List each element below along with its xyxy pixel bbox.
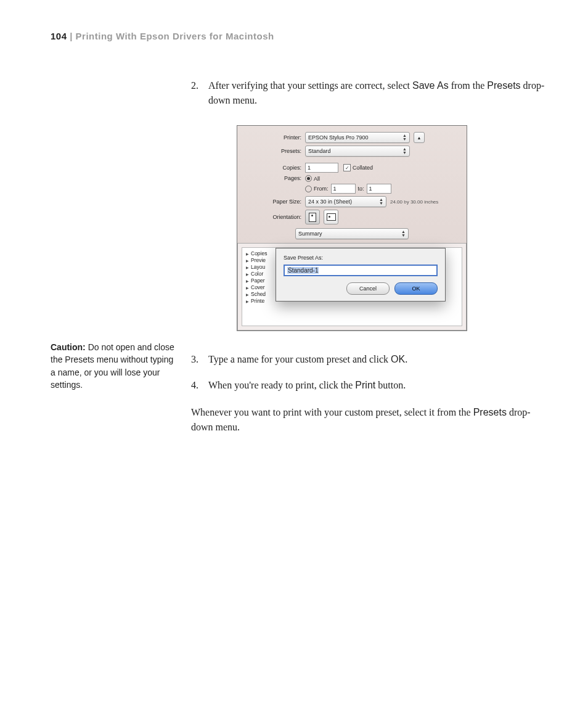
to-input[interactable]: 1 — [367, 184, 391, 194]
printer-label: Printer: — [245, 134, 305, 141]
copies-input[interactable]: 1 — [305, 163, 338, 173]
preset-name-input[interactable]: Standard-1 — [284, 265, 438, 276]
from-label: From: — [314, 186, 329, 192]
save-preset-sheet: Save Preset As: Standard-1 Cancel OK — [276, 248, 446, 302]
ok-button[interactable]: OK — [394, 282, 438, 295]
to-label: to: — [358, 186, 364, 192]
papersize-select[interactable]: 24 x 30 in (Sheet) ▲▼ — [305, 196, 386, 207]
papersize-hint: 24.00 by 30.00 inches — [390, 199, 438, 205]
orientation-portrait-button[interactable] — [305, 210, 320, 224]
collated-label: Collated — [353, 165, 373, 171]
save-preset-label: Save Preset As: — [284, 255, 438, 261]
section-select[interactable]: Summary ▲▼ — [295, 228, 409, 239]
step-3-body: Type a name for your custom preset and c… — [208, 352, 551, 367]
pages-from-radio[interactable] — [305, 186, 312, 192]
person-landscape-icon — [327, 213, 336, 221]
closing-paragraph: Whenever you want to print with your cus… — [191, 405, 551, 435]
collated-checkbox[interactable]: ✓ — [343, 164, 351, 171]
main-column: 2. After verifying that your settings ar… — [191, 78, 551, 435]
person-portrait-icon — [309, 213, 316, 222]
step-2-number: 2. — [191, 78, 208, 108]
page: 104 | Printing With Epson Drivers for Ma… — [0, 0, 588, 472]
presets-select[interactable]: Standard ▲▼ — [305, 146, 410, 157]
pages-all-label: All — [314, 176, 320, 182]
step-4-body: When you're ready to print, click the Pr… — [208, 378, 551, 393]
step-3-number: 3. — [191, 352, 208, 367]
term-print: Print — [355, 380, 375, 390]
caution-label: Caution: — [51, 342, 86, 352]
papersize-label: Paper Size: — [245, 199, 305, 205]
orientation-label: Orientation: — [245, 214, 305, 220]
header-title: Printing With Epson Drivers for Macintos… — [76, 31, 274, 41]
step-4-number: 4. — [191, 378, 208, 393]
updown-icon: ▲▼ — [402, 147, 407, 155]
updown-icon: ▲▼ — [379, 198, 383, 205]
step-3: 3. Type a name for your custom preset an… — [191, 352, 551, 367]
updown-icon: ▲▼ — [402, 134, 407, 141]
page-number: 104 — [51, 31, 67, 41]
presets-label: Presets: — [245, 148, 305, 154]
updown-icon: ▲▼ — [401, 230, 406, 237]
step-2: 2. After verifying that your settings ar… — [191, 78, 551, 108]
collapse-button[interactable]: ▲ — [414, 132, 425, 143]
printer-select[interactable]: EPSON Stylus Pro 7900 ▲▼ — [305, 132, 410, 143]
cancel-button[interactable]: Cancel — [346, 282, 390, 295]
pages-label: Pages: — [245, 175, 305, 181]
term-ok: OK — [391, 354, 405, 364]
orientation-landscape-button[interactable] — [324, 210, 338, 224]
copies-label: Copies: — [245, 165, 305, 171]
print-dialog-screenshot: Printer: EPSON Stylus Pro 7900 ▲▼ ▲ Pres… — [237, 125, 467, 331]
from-input[interactable]: 1 — [331, 184, 356, 194]
caution-note: Caution: Do not open and close the Prese… — [51, 78, 191, 391]
term-presets: Presets — [487, 80, 520, 91]
page-header: 104 | Printing With Epson Drivers for Ma… — [51, 31, 551, 41]
content-area: Caution: Do not open and close the Prese… — [51, 78, 551, 435]
step-2-body: After verifying that your settings are c… — [208, 78, 551, 108]
step-4: 4. When you're ready to print, click the… — [191, 378, 551, 393]
term-presets-2: Presets — [473, 407, 507, 417]
term-save-as: Save As — [412, 80, 449, 91]
header-sep: | — [67, 31, 76, 41]
pages-all-radio[interactable] — [305, 175, 312, 182]
triangle-up-icon: ▲ — [417, 136, 422, 140]
